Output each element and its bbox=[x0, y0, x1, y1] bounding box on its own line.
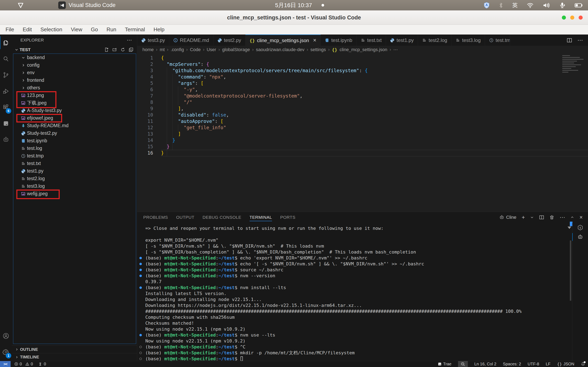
encoding[interactable]: UTF-8 bbox=[528, 362, 539, 366]
command-decoration-dot[interactable] bbox=[139, 286, 142, 289]
notifications-bell[interactable] bbox=[581, 362, 585, 366]
account-icon[interactable] bbox=[0, 328, 12, 344]
activity-explorer-icon[interactable] bbox=[0, 34, 12, 51]
command-decoration-dot[interactable] bbox=[139, 263, 142, 265]
tab-test.ipynb[interactable]: test.ipynb bbox=[321, 34, 357, 46]
menu-run[interactable]: Run bbox=[102, 26, 121, 33]
tree-item-A-Study-test3.py[interactable]: A-Study-test3.py bbox=[13, 107, 136, 114]
clock[interactable]: 5月16日 10:37 bbox=[275, 0, 324, 10]
outline-section[interactable]: OUTLINE bbox=[12, 346, 137, 353]
terminal-output[interactable]: => Close and reopen your terminal to sta… bbox=[137, 223, 572, 361]
terminal-shell-icon[interactable]: $ bbox=[572, 223, 588, 232]
cursor-position[interactable]: Ln 16, Col 2 bbox=[474, 362, 497, 366]
menu-go[interactable]: Go bbox=[87, 26, 102, 33]
tree-item-test.tmp[interactable]: test.tmp bbox=[13, 152, 136, 160]
close-panel-icon[interactable]: × bbox=[580, 215, 583, 220]
tab-test3.py[interactable]: test3.py bbox=[137, 34, 169, 46]
menu-file[interactable]: File bbox=[1, 26, 18, 33]
command-decoration-dot[interactable] bbox=[139, 257, 142, 259]
activity-run-debug-icon[interactable] bbox=[0, 83, 12, 99]
command-decoration-dot[interactable] bbox=[139, 352, 142, 354]
eol-sequence[interactable]: LF bbox=[546, 362, 550, 366]
panel-tab-ports[interactable]: PORTS bbox=[280, 212, 295, 223]
new-terminal-icon[interactable]: + bbox=[522, 215, 525, 220]
tree-item-123.png[interactable]: 123.png bbox=[13, 92, 136, 99]
tree-item-backend[interactable]: backend bbox=[13, 54, 136, 61]
tree-item-frontend[interactable]: frontend bbox=[13, 76, 136, 84]
ports-status[interactable]: 0 bbox=[38, 362, 46, 366]
active-app-indicator[interactable]: Visual Studio Code bbox=[58, 1, 115, 9]
menu-view[interactable]: View bbox=[67, 26, 87, 33]
sidebar-more-actions[interactable]: ⋯ bbox=[127, 37, 132, 43]
tab-test2.log[interactable]: test2.log bbox=[418, 34, 451, 46]
split-editor-icon[interactable] bbox=[567, 38, 572, 43]
bluetooth-icon[interactable] bbox=[499, 2, 503, 8]
section-test[interactable]: TEST bbox=[12, 46, 137, 54]
terminal-profile-cline[interactable]: Cline bbox=[499, 215, 516, 220]
breadcrumb-item[interactable]: home bbox=[142, 47, 154, 52]
tree-item-Study-README.md[interactable]: Study-README.md bbox=[13, 122, 136, 129]
maximize-panel-icon[interactable] bbox=[571, 216, 574, 219]
close-tab-icon[interactable]: × bbox=[313, 37, 316, 43]
breadcrumb-item[interactable]: settings bbox=[310, 47, 326, 52]
breadcrumb-item[interactable]: .config bbox=[171, 47, 184, 52]
remote-indicator[interactable]: >< bbox=[0, 361, 11, 367]
more-editor-actions-icon[interactable]: ⋯ bbox=[577, 37, 583, 43]
tree-item-wefijj.jpeg[interactable]: wefijj.jpeg bbox=[13, 190, 136, 198]
code-editor[interactable]: 12345678910111213141516 { "mcpServers": … bbox=[137, 54, 588, 212]
tab-test.tmp[interactable]: test.tmp bbox=[485, 34, 510, 46]
collapse-all-icon[interactable] bbox=[129, 47, 133, 52]
security-shield-icon[interactable]: A bbox=[483, 2, 490, 8]
tree-item-Study-test2.py[interactable]: Study-test2.py bbox=[13, 129, 136, 137]
kill-terminal-trash-icon[interactable] bbox=[549, 215, 554, 220]
trae-status[interactable]: Trae bbox=[438, 362, 451, 366]
tree-item-下载.jpeg[interactable]: 下载.jpeg bbox=[13, 99, 136, 107]
breadcrumb-item[interactable]: Code bbox=[190, 47, 201, 52]
menu-help[interactable]: Help bbox=[149, 26, 169, 33]
split-terminal-icon[interactable] bbox=[539, 215, 544, 220]
tab-test2.py[interactable]: test2.py bbox=[213, 34, 245, 46]
terminal-scrollbar[interactable] bbox=[570, 241, 571, 301]
activity-cline-robot-icon[interactable] bbox=[0, 132, 12, 148]
problems-status[interactable]: 0 0 bbox=[14, 362, 33, 366]
language-mode[interactable]: {} JSON bbox=[557, 362, 574, 367]
activity-extensions-icon[interactable]: 6 bbox=[0, 99, 12, 115]
tree-item-test.log[interactable]: test.log bbox=[13, 145, 136, 152]
panel-tab-problems[interactable]: PROBLEMS bbox=[143, 212, 168, 223]
terminal-cline-icon[interactable] bbox=[572, 232, 588, 242]
volume-icon[interactable] bbox=[543, 2, 550, 8]
tab-test1.py[interactable]: test1.py bbox=[386, 34, 418, 46]
menu-edit[interactable]: Edit bbox=[18, 26, 36, 33]
breadcrumb-item[interactable]: saoudrizwan.claude-dev bbox=[256, 47, 304, 52]
menu-terminal[interactable]: Terminal bbox=[121, 26, 149, 33]
tab-test.txt[interactable]: test.txt bbox=[357, 34, 386, 46]
wifi-icon[interactable] bbox=[527, 2, 534, 8]
tree-item-env[interactable]: env bbox=[13, 69, 136, 76]
breadcrumb-item[interactable]: User bbox=[207, 47, 216, 52]
new-file-icon[interactable] bbox=[104, 47, 109, 52]
menu-selection[interactable]: Selection bbox=[36, 26, 67, 33]
terminal-dropdown-icon[interactable] bbox=[530, 216, 534, 219]
panel-more-actions-icon[interactable]: ⋯ bbox=[560, 215, 565, 220]
settings-gear-icon[interactable]: 1 bbox=[0, 344, 12, 360]
tab-test3.log[interactable]: test3.log bbox=[451, 34, 485, 46]
launcher-triangle-icon[interactable] bbox=[17, 1, 24, 9]
command-decoration-dot[interactable] bbox=[139, 346, 142, 348]
indentation[interactable]: Spaces: 2 bbox=[503, 362, 521, 366]
command-decoration-dot[interactable] bbox=[139, 358, 142, 360]
tree-item-others[interactable]: others bbox=[13, 84, 136, 92]
command-decoration-dot[interactable] bbox=[139, 269, 142, 271]
tab-cline_mcp_settings.json[interactable]: {}cline_mcp_settings.json× bbox=[245, 34, 321, 46]
breadcrumb-item[interactable]: globalStorage bbox=[222, 47, 250, 52]
activity-trae-icon[interactable] bbox=[0, 115, 12, 132]
tree-item-efjiowef.jpeg[interactable]: efjiowef.jpeg bbox=[13, 114, 136, 122]
breadcrumb-item[interactable]: mt bbox=[160, 47, 164, 52]
activity-source-control-icon[interactable] bbox=[0, 67, 12, 83]
minimap[interactable] bbox=[562, 55, 585, 74]
screencast-find-indicator[interactable] bbox=[458, 361, 468, 367]
tree-item-test2.log[interactable]: test2.log bbox=[13, 175, 136, 182]
panel-tab-output[interactable]: OUTPUT bbox=[176, 212, 194, 223]
window-close-button[interactable] bbox=[579, 16, 583, 20]
microphone-icon[interactable] bbox=[559, 2, 565, 8]
panel-tab-terminal[interactable]: TERMINAL bbox=[250, 212, 272, 223]
